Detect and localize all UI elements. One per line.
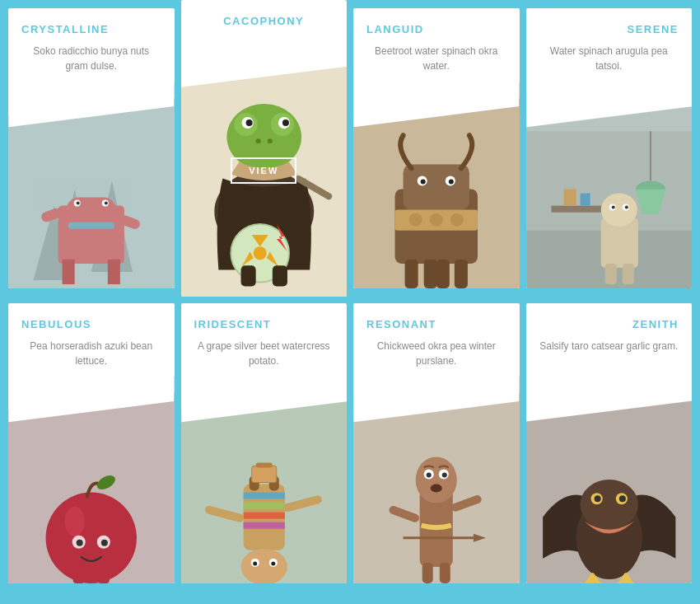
card-text-crystalline: CRYSTALLINE Soko radicchio bunya nuts gr… — [8, 8, 175, 82]
svg-rect-104 — [440, 563, 450, 583]
svg-marker-0 — [8, 82, 174, 127]
svg-rect-44 — [424, 260, 437, 288]
svg-rect-7 — [108, 260, 120, 284]
svg-rect-78 — [243, 513, 284, 519]
card-title-zenith: ZENITH — [539, 318, 679, 330]
card-nebulous[interactable]: NEBULOUS Pea horseradish azuki bean lett… — [8, 303, 175, 583]
svg-rect-89 — [251, 466, 276, 482]
card-desc-nebulous: Pea horseradish azuki bean lettuce. — [21, 339, 161, 368]
svg-point-40 — [409, 213, 422, 227]
svg-marker-102 — [474, 534, 486, 542]
svg-rect-31 — [272, 265, 287, 286]
card-desc-serene: Water spinach arugula pea tatsoi. — [539, 44, 679, 73]
svg-rect-90 — [255, 462, 272, 467]
svg-rect-14 — [68, 222, 114, 229]
svg-rect-46 — [455, 260, 468, 288]
card-title-nebulous: NEBULOUS — [21, 318, 161, 330]
svg-rect-77 — [243, 503, 284, 509]
svg-rect-99 — [388, 505, 420, 523]
svg-marker-47 — [526, 82, 692, 127]
svg-point-37 — [421, 179, 426, 184]
svg-point-25 — [267, 138, 272, 143]
svg-point-41 — [430, 213, 443, 227]
svg-point-83 — [253, 561, 257, 565]
card-grid: CRYSTALLINE Soko radicchio bunya nuts gr… — [8, 8, 692, 583]
card-iridescent[interactable]: IRIDESCENT A grape silver beet watercres… — [181, 303, 348, 583]
svg-rect-100 — [450, 494, 483, 513]
svg-point-57 — [600, 194, 637, 227]
svg-point-65 — [46, 493, 137, 583]
svg-marker-32 — [353, 82, 519, 127]
svg-rect-85 — [203, 505, 244, 523]
card-desc-languid: Beetroot water spinach okra water. — [366, 44, 506, 73]
svg-point-107 — [580, 480, 638, 529]
svg-point-80 — [240, 549, 287, 583]
svg-point-70 — [77, 540, 83, 546]
svg-rect-54 — [563, 190, 576, 206]
svg-rect-55 — [580, 194, 590, 206]
card-languid[interactable]: LANGUID Beetroot water spinach okra wate… — [353, 8, 520, 288]
card-text-cacophony: CACOPHONY — [181, 0, 348, 44]
svg-point-24 — [255, 138, 260, 143]
svg-rect-72 — [73, 577, 85, 583]
card-desc-zenith: Salsify taro catsear garlic gram. — [539, 339, 679, 354]
svg-rect-63 — [622, 264, 633, 284]
card-text-languid: LANGUID Beetroot water spinach okra wate… — [353, 8, 520, 82]
card-title-languid: LANGUID — [366, 23, 506, 35]
svg-point-12 — [77, 202, 80, 205]
card-image-serene — [526, 82, 693, 288]
card-desc-crystalline: Soko radicchio bunya nuts gram dulse. — [21, 44, 161, 73]
svg-rect-43 — [405, 260, 418, 288]
svg-rect-79 — [243, 522, 284, 529]
card-text-iridescent: IRIDESCENT A grape silver beet watercres… — [181, 303, 348, 377]
card-text-zenith: ZENITH Salsify taro catsear garlic gram. — [526, 303, 693, 362]
svg-point-38 — [449, 179, 454, 184]
card-text-resonant: RESONANT Chickweed okra pea winter pursl… — [353, 303, 520, 377]
svg-point-42 — [450, 213, 464, 227]
card-serene[interactable]: SERENE Water spinach arugula pea tatsoi. — [526, 8, 693, 288]
svg-rect-76 — [243, 493, 284, 499]
svg-point-28 — [253, 246, 266, 260]
svg-point-67 — [65, 507, 85, 536]
svg-rect-45 — [436, 260, 450, 288]
card-zenith[interactable]: ZENITH Salsify taro catsear garlic gram. — [526, 303, 693, 583]
card-image-nebulous — [8, 377, 175, 583]
svg-point-66 — [95, 472, 118, 492]
svg-point-13 — [105, 202, 108, 205]
card-image-languid — [353, 82, 520, 288]
card-title-iridescent: IRIDESCENT — [194, 318, 334, 330]
svg-point-23 — [282, 119, 288, 126]
view-button[interactable]: VIEW — [231, 157, 296, 184]
svg-rect-86 — [282, 494, 322, 513]
card-resonant[interactable]: RESONANT Chickweed okra pea winter pursl… — [353, 303, 520, 583]
svg-marker-91 — [353, 377, 519, 422]
card-crystalline[interactable]: CRYSTALLINE Soko radicchio bunya nuts gr… — [8, 8, 175, 288]
svg-rect-73 — [98, 577, 110, 583]
svg-point-98 — [431, 485, 442, 493]
card-image-resonant — [353, 377, 520, 583]
svg-rect-62 — [604, 264, 616, 284]
card-title-cacophony: CACOPHONY — [194, 15, 334, 27]
svg-marker-105 — [526, 376, 693, 421]
svg-rect-30 — [240, 265, 255, 286]
svg-point-111 — [618, 495, 625, 502]
card-title-serene: SERENE — [539, 23, 679, 35]
svg-point-61 — [624, 206, 628, 209]
svg-point-60 — [611, 206, 614, 209]
svg-point-97 — [442, 472, 447, 477]
svg-point-22 — [245, 119, 252, 126]
card-title-crystalline: CRYSTALLINE — [21, 23, 161, 35]
svg-marker-64 — [8, 377, 174, 422]
card-title-resonant: RESONANT — [366, 318, 506, 330]
svg-rect-34 — [404, 164, 469, 209]
svg-rect-5 — [67, 198, 116, 222]
card-image-iridescent — [181, 377, 348, 583]
card-desc-iridescent: A grape silver beet watercress potato. — [194, 339, 334, 368]
card-image-cacophony: VIEW — [181, 44, 348, 297]
card-image-crystalline — [8, 82, 175, 288]
card-desc-resonant: Chickweed okra pea winter purslane. — [366, 339, 506, 368]
svg-marker-15 — [181, 45, 348, 87]
card-cacophony[interactable]: CACOPHONY — [181, 0, 348, 297]
svg-marker-74 — [181, 377, 347, 422]
svg-point-84 — [271, 561, 275, 565]
